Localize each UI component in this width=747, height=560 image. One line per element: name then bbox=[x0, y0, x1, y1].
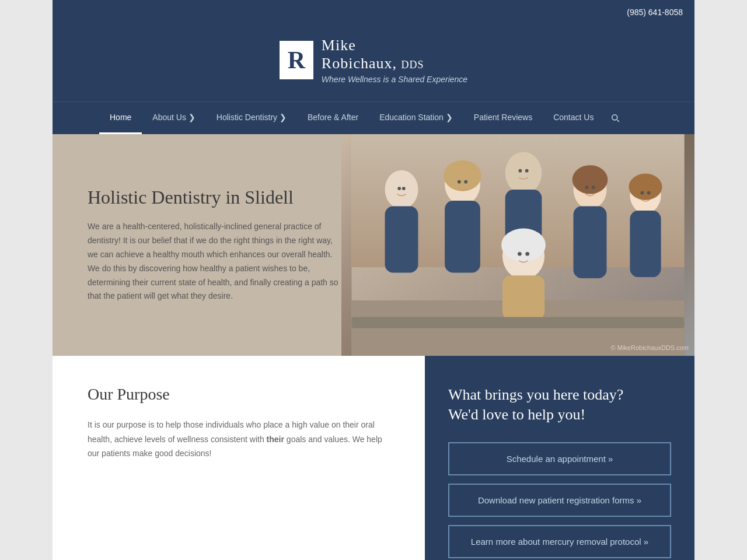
logo-text-area: Mike Robichaux, DDS Where Wellness is a … bbox=[322, 36, 467, 84]
svg-point-24 bbox=[518, 169, 522, 173]
svg-rect-6 bbox=[445, 201, 480, 273]
logo-name: Mike Robichaux, DDS bbox=[322, 36, 467, 72]
svg-point-22 bbox=[458, 180, 461, 184]
svg-point-31 bbox=[647, 191, 651, 195]
logo[interactable]: R Mike Robichaux, DDS Where Wellness is … bbox=[280, 36, 467, 84]
purpose-body: It is our purpose is to help those indiv… bbox=[88, 418, 390, 461]
logo-letter: R bbox=[288, 48, 305, 72]
svg-point-23 bbox=[464, 180, 467, 184]
team-photo-svg bbox=[341, 134, 694, 356]
hero-text: Holistic Dentistry in Slidell We are a h… bbox=[53, 158, 379, 332]
nav-item-reviews[interactable]: Patient Reviews bbox=[463, 102, 543, 134]
nav-item-about[interactable]: About Us ❯ bbox=[142, 102, 205, 134]
svg-point-18 bbox=[629, 174, 662, 201]
svg-point-30 bbox=[640, 191, 644, 195]
svg-point-21 bbox=[402, 187, 406, 191]
hero-heading: Holistic Dentistry in Slidell bbox=[88, 187, 344, 208]
svg-point-3 bbox=[385, 170, 418, 209]
nav-item-search[interactable] bbox=[604, 102, 626, 134]
hero-photo: © MikeRobichauxDDS.com bbox=[341, 134, 694, 356]
svg-point-26 bbox=[518, 252, 522, 256]
nav-item-education[interactable]: Education Station ❯ bbox=[369, 102, 463, 134]
svg-point-29 bbox=[592, 186, 595, 190]
search-icon bbox=[610, 113, 620, 123]
logo-tagline: Where Wellness is a Shared Experience bbox=[322, 75, 467, 84]
hero-body: We are a health-centered, holistically-i… bbox=[88, 220, 344, 303]
cta-heading: What brings you here today? We'd love to… bbox=[448, 385, 671, 425]
hero-section: Holistic Dentistry in Slidell We are a h… bbox=[53, 134, 694, 356]
download-forms-button[interactable]: Download new patient registration forms … bbox=[448, 484, 671, 517]
svg-point-20 bbox=[397, 187, 401, 191]
svg-rect-17 bbox=[630, 211, 661, 277]
nav-item-before-after[interactable]: Before & After bbox=[297, 102, 369, 134]
svg-rect-14 bbox=[574, 206, 607, 279]
logo-icon-box: R bbox=[280, 41, 313, 79]
svg-point-7 bbox=[444, 160, 481, 191]
purpose-heading: Our Purpose bbox=[88, 385, 390, 404]
svg-point-25 bbox=[525, 169, 529, 173]
svg-rect-19 bbox=[352, 317, 685, 328]
top-bar: (985) 641-8058 bbox=[53, 0, 694, 24]
svg-point-28 bbox=[585, 186, 588, 190]
nav-item-home[interactable]: Home bbox=[99, 102, 142, 134]
svg-point-8 bbox=[505, 152, 542, 194]
purpose-section: Our Purpose It is our purpose is to help… bbox=[53, 356, 425, 560]
mercury-removal-button[interactable]: Learn more about mercury removal protoco… bbox=[448, 525, 671, 558]
photo-copyright: © MikeRobichauxDDS.com bbox=[611, 344, 689, 351]
svg-point-15 bbox=[573, 166, 608, 194]
nav-item-holistic[interactable]: Holistic Dentistry ❯ bbox=[206, 102, 297, 134]
content-section: Our Purpose It is our purpose is to help… bbox=[53, 356, 694, 560]
phone-number: (985) 641-8058 bbox=[627, 8, 683, 17]
main-nav: Home About Us ❯ Holistic Dentistry ❯ Bef… bbox=[53, 102, 694, 134]
nav-item-contact[interactable]: Contact Us bbox=[543, 102, 604, 134]
svg-point-27 bbox=[525, 252, 529, 256]
site-header: R Mike Robichaux, DDS Where Wellness is … bbox=[53, 24, 694, 102]
schedule-appointment-button[interactable]: Schedule an appointment » bbox=[448, 442, 671, 475]
svg-point-12 bbox=[501, 229, 546, 262]
cta-section: What brings you here today? We'd love to… bbox=[425, 356, 694, 560]
svg-rect-11 bbox=[502, 276, 544, 320]
svg-rect-4 bbox=[385, 206, 418, 273]
